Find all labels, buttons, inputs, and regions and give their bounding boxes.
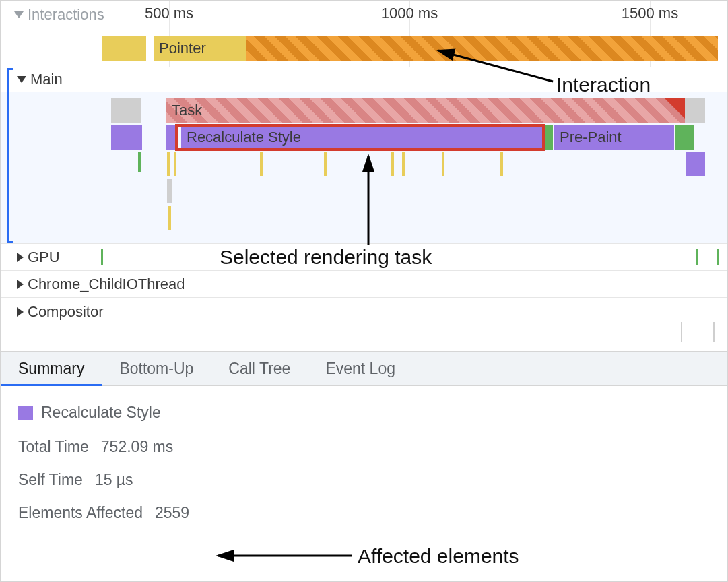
interaction-bar[interactable] xyxy=(102,36,146,61)
compositor-label: Compositor xyxy=(28,303,103,321)
flame-tick-yellow[interactable] xyxy=(174,152,176,176)
flame-tick-green[interactable] xyxy=(717,249,719,265)
flame-tick-yellow[interactable] xyxy=(391,152,394,176)
childio-toggle[interactable]: Chrome_ChildIOThread xyxy=(17,276,185,293)
flame-tick-gray[interactable] xyxy=(681,322,682,342)
flame-tick-green[interactable] xyxy=(138,152,141,172)
summary-title: Recalculate Style xyxy=(18,403,710,422)
flame-bar-purple[interactable] xyxy=(686,152,705,176)
timeline-area: 500 ms 1000 ms 1500 ms Interactions Poin… xyxy=(1,1,727,351)
flame-tick-yellow[interactable] xyxy=(402,152,405,176)
flame-tick-yellow[interactable] xyxy=(500,152,503,176)
flame-tick-green[interactable] xyxy=(101,249,103,265)
childio-track[interactable]: Chrome_ChildIOThread xyxy=(1,270,727,297)
style-swatch xyxy=(18,406,33,420)
main-toggle[interactable]: Main xyxy=(17,71,63,88)
prepaint-label: Pre-Paint xyxy=(560,129,622,146)
tab-summary[interactable]: Summary xyxy=(1,352,102,385)
summary-title-text: Recalculate Style xyxy=(41,403,161,422)
flame-tick-yellow[interactable] xyxy=(167,152,170,176)
flame-bar-gray[interactable] xyxy=(111,98,141,123)
flame-bar-gray[interactable] xyxy=(685,98,705,123)
main-track-brace xyxy=(7,68,13,243)
flame-tick-green[interactable] xyxy=(696,249,698,265)
interaction-pointer[interactable]: Pointer xyxy=(154,36,246,61)
summary-row-total-time: Total Time 752.09 ms xyxy=(18,438,710,456)
gpu-track[interactable]: GPU xyxy=(1,243,727,270)
childio-label: Chrome_ChildIOThread xyxy=(28,276,185,293)
compositor-toggle[interactable]: Compositor xyxy=(17,303,103,321)
task-warning-icon xyxy=(665,98,685,119)
interactions-label: Interactions xyxy=(28,6,104,24)
tab-bottom-up[interactable]: Bottom-Up xyxy=(102,352,211,385)
flame-bar-purple[interactable] xyxy=(111,125,142,150)
main-label-text: Main xyxy=(30,71,63,88)
tick-label: 1500 ms xyxy=(622,5,678,22)
self-time-label: Self Time xyxy=(18,471,83,489)
main-track-header[interactable] xyxy=(1,67,727,92)
flame-bar-green[interactable] xyxy=(675,125,694,150)
chevron-right-icon xyxy=(17,307,24,317)
total-time-value: 752.09 ms xyxy=(101,438,173,456)
details-tabstrip: Summary Bottom-Up Call Tree Event Log xyxy=(1,351,727,386)
interaction-pointer-label: Pointer xyxy=(159,40,206,57)
flame-tick-gray[interactable] xyxy=(167,179,172,203)
flame-bar-task[interactable]: Task xyxy=(166,98,685,123)
task-label: Task xyxy=(172,102,202,119)
tab-event-log[interactable]: Event Log xyxy=(308,352,413,385)
summary-row-elements-affected: Elements Affected 2559 xyxy=(18,504,710,522)
elements-affected-label: Elements Affected xyxy=(18,504,143,522)
gpu-toggle[interactable]: GPU xyxy=(17,249,60,266)
flame-tick-gray[interactable] xyxy=(713,322,715,342)
chevron-right-icon xyxy=(17,280,24,289)
gpu-label: GPU xyxy=(28,249,60,266)
interactions-toggle[interactable]: Interactions xyxy=(14,6,104,24)
flame-tick-yellow[interactable] xyxy=(260,152,263,176)
flame-bar-pre-paint[interactable]: Pre-Paint xyxy=(554,125,674,150)
interactions-track-header[interactable]: Interactions xyxy=(1,1,727,32)
selection-outline xyxy=(175,124,545,151)
summary-pane: Recalculate Style Total Time 752.09 ms S… xyxy=(1,386,727,554)
tick-label: 500 ms xyxy=(145,5,193,22)
chevron-down-icon xyxy=(14,11,24,18)
main-track-body[interactable]: Task Recalculate Style Pre-Paint xyxy=(1,92,727,243)
elements-affected-value: 2559 xyxy=(155,504,189,522)
chevron-right-icon xyxy=(17,253,24,262)
flame-tick-yellow[interactable] xyxy=(442,152,444,176)
tab-call-tree[interactable]: Call Tree xyxy=(211,352,308,385)
chevron-down-icon xyxy=(17,76,26,83)
self-time-value: 15 µs xyxy=(95,471,133,489)
tick-label: 1000 ms xyxy=(381,5,438,22)
flame-tick-yellow[interactable] xyxy=(324,152,327,176)
total-time-label: Total Time xyxy=(18,438,89,456)
summary-row-self-time: Self Time 15 µs xyxy=(18,471,710,489)
flame-tick-yellow[interactable] xyxy=(168,206,171,230)
interaction-long-striped[interactable] xyxy=(246,36,718,61)
compositor-track[interactable]: Compositor xyxy=(1,297,727,351)
